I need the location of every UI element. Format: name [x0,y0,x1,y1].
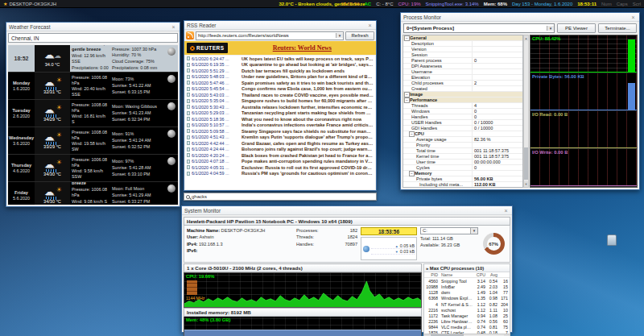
find-bar[interactable]: ghacks [184,193,377,201]
rss-list-item[interactable]: 6/1/2020 4:04:59 ... Russia's PM says 'g… [185,171,375,177]
feed-url-combobox[interactable]: http://feeds.reuters.com/Reuters/worldNe… [196,31,344,40]
selected-drive[interactable]: C: [421,227,470,234]
table-row[interactable]: 4 NT Kernel & System 1.12 0.82 204 [424,301,510,307]
rss-list-item[interactable]: 6/1/2020 6:19:35 ... UK quarantine to go… [185,62,375,68]
rss-list-item[interactable]: 6/1/2020 5:30:43 ... Australia relaxes l… [185,104,375,110]
rss-list-item[interactable]: 6/1/2020 5:45:54 ... Congo confirms new … [185,86,375,93]
rss-list-item[interactable]: 6/1/2020 4:20:24 ... Black boxes from cr… [185,152,375,159]
sysmon-titlebar[interactable]: System Monitor [182,206,512,215]
table-row[interactable]: 1128 dwm 1.49 1.04 77 [424,290,510,296]
refresh-button[interactable]: Refresh [345,31,374,40]
table-row[interactable]: 10988 InfoBar 2.49 2.03 15 [424,284,510,289]
table-row[interactable]: 2216 svchost 1.12 1.11 10 [424,307,510,313]
property-row[interactable]: Kernel time 001 11:18:57.375 [403,154,522,160]
rss-item-title[interactable]: Singapore rushes to build homes for 60,0… [242,98,374,103]
rss-list-item[interactable]: 6/1/2020 5:43:03 ... Thailand races to c… [185,92,375,98]
scroll-up-icon[interactable] [524,35,528,41]
scrollbar-thumb[interactable] [524,147,528,180]
table-row[interactable]: 1172 Task Manager 0.94 1.08 25 [424,313,510,318]
drive-selector[interactable]: C: [420,227,478,234]
scroll-down-icon[interactable] [524,181,528,187]
rss-item-title[interactable]: Spain promises safety as it tries to win… [242,81,374,85]
property-row[interactable]: Child processes 2 [403,81,522,86]
chevron-down-icon[interactable] [470,228,477,234]
property-row[interactable]: Image [403,92,522,97]
property-row[interactable]: Cycles 0 [403,165,522,171]
rss-list-item[interactable]: 6/1/2020 5:09:58 ... Steamy Singapore sa… [185,128,375,135]
rss-item-title[interactable]: Dutch bar terraces fill quickly as lockd… [242,68,345,73]
property-row[interactable]: CPU [403,131,522,137]
weather-day-row[interactable]: Wednesday 3.6.2020 33/29 °C Light rain, … [8,127,178,155]
rss-list-item[interactable]: 6/1/2020 6:24:47 ... UK hopes latest EU … [185,56,375,62]
weather-day-row[interactable]: Thursday 4.6.2020 34/30 °C Light rain, l… [8,155,178,182]
table-row[interactable]: 9844 VLC media player 0.74 0.81 75 [424,325,510,330]
rss-list-item[interactable]: 6/1/2020 4:05:31 ... Exclusive: Russia t… [185,164,375,171]
rss-list-item[interactable]: 6/1/2020 5:48:03 ... Under new guideline… [185,74,375,81]
procmon-titlebar[interactable]: Process Monitor [401,13,639,22]
property-row[interactable]: Private bytes 56.00 KB [403,176,522,182]
property-row[interactable]: Created [403,86,522,92]
table-row[interactable]: 2236 Libre Hardware Monitor 0.74 0.56 60 [424,319,510,325]
rss-item-title[interactable]: Australia relaxes lockdown further, inte… [242,105,374,110]
weather-location-input[interactable]: Chennai, IN [8,33,178,43]
property-row[interactable]: Handles 0 [403,114,522,120]
property-row[interactable]: Elevation [403,75,522,81]
chevron-down-icon[interactable] [336,33,343,38]
close-icon[interactable] [366,22,374,29]
table-row[interactable]: 4560 Snipping Tool 3.14 0.54 16 [424,278,510,284]
property-row[interactable]: USER Handles 0 / 10000 [403,120,522,126]
weather-current-row[interactable]: 18:52 34.0 °C Broken clouds, gentle bree… [8,45,178,73]
rss-list-item[interactable]: 6/1/2020 4:07:18 ... Pope makes anti-cor… [185,159,375,165]
pid-column-header[interactable]: PID [426,272,440,277]
rss-list-item[interactable]: 6/1/2020 5:47:46 ... Spain promises safe… [185,80,375,86]
rss-item-title[interactable]: Thailand races to create COVID vaccine, … [242,93,374,97]
rss-item-title[interactable]: Exclusive: Russia to roll out its first … [242,165,374,170]
rss-item-title[interactable]: What you need to know about the coronavi… [242,117,361,122]
close-icon[interactable] [170,23,177,31]
property-row[interactable]: Average usage 82.36 % [403,137,522,143]
rss-titlebar[interactable]: RSS Reader [184,21,376,30]
rss-item-title[interactable]: Steamy Singapore says face shields no su… [242,129,374,134]
weather-day-row[interactable]: Friday 5.6.2020 34/30 °C Light rain, lig… [8,182,178,205]
rss-list-item[interactable]: 6/1/2020 5:29:03 ... Tanzanian recycling… [185,110,375,117]
property-row[interactable]: Version [403,47,522,52]
rss-item-title[interactable]: Black boxes from crashed Pakistan jet he… [242,153,374,158]
terminate-button[interactable]: Terminate... [598,23,637,33]
rss-list-item[interactable]: 6/1/2020 5:18:36 ... What you need to kn… [185,116,375,122]
property-row[interactable]: Priority [403,143,522,148]
weather-day-row[interactable]: Tuesday 2.6.2020 34/29 °C Light rain, ge… [8,100,178,127]
selected-process[interactable]: 0=[System Process] [404,25,547,31]
rss-list-item[interactable]: 6/1/2020 5:35:04 ... Singapore rushes to… [185,98,375,105]
name-column-header[interactable]: Name [440,272,473,277]
rss-list-item[interactable]: 6/1/2020 4:24:44 ... Bolsonaro joins ral… [185,147,375,153]
cpu-column-header[interactable]: CPU [473,272,485,277]
property-row[interactable]: DPI Awareness [403,64,522,69]
process-selector-combobox[interactable]: 0=[System Process] [403,23,555,33]
find-input[interactable]: ghacks [192,194,207,199]
desktop-icon[interactable] [605,234,619,251]
vertical-scrollbar[interactable] [523,35,529,188]
weather-titlebar[interactable]: Weather Forecast [6,23,180,31]
property-row[interactable]: User time 00:00:00.000 [403,160,522,165]
property-row[interactable]: Session [403,52,522,58]
property-row[interactable]: Parent process 0 [403,58,522,64]
close-icon[interactable] [630,14,637,21]
rss-item-title[interactable]: India's coronavirus infections overtake … [242,122,374,127]
pe-viewer-button[interactable]: PE Viewer [557,23,596,33]
property-row[interactable]: General [403,35,522,41]
avg-column-header[interactable]: Avg [485,272,497,277]
rss-list-item[interactable]: 6/1/2020 4:42:44 ... Grand Bazaar, cafes… [185,140,375,147]
property-row[interactable]: GDI Handles 0 / 10000 [403,126,522,131]
rss-item-title[interactable]: Tanzanian recycling plant starts making … [242,110,374,115]
property-row[interactable]: Performance [403,97,522,103]
property-row[interactable]: Threads 4 [403,103,522,109]
table-row[interactable]: 6368 Windows Explorer 1.35 0.98 171 [424,296,510,301]
rss-item-title[interactable]: Kremlin says Putin 'supports dialogue' a… [242,135,374,139]
max-cpu-processes-header[interactable]: » Max CPU processes (10) [424,264,510,272]
property-row[interactable]: Including child meta... 112.00 KB [403,182,522,188]
rss-list-item[interactable]: 6/1/2020 4:51:43 ... Kremlin says Putin … [185,135,375,141]
rss-list-item[interactable]: 6/1/2020 5:10:57 ... India's coronavirus… [185,122,375,129]
rss-item-title[interactable]: Congo confirms new Ebola case, 1,000 km … [242,86,374,91]
rss-item-title[interactable]: Grand Bazaar, cafes open and flights res… [242,141,374,146]
property-row[interactable]: Description [403,41,522,47]
